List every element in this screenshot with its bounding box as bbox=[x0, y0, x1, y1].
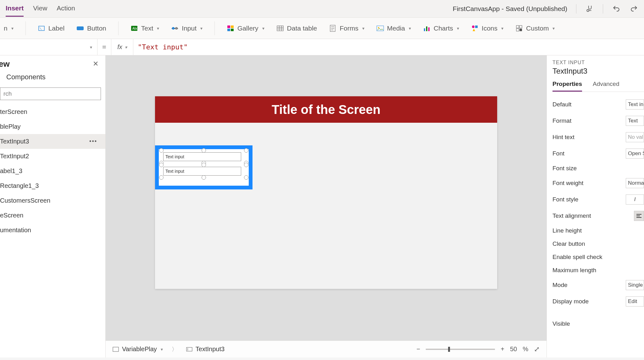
tree-item-selected[interactable]: TextInput3••• bbox=[0, 134, 105, 149]
prop-value-input[interactable]: Text bbox=[626, 116, 644, 126]
zoom-slider[interactable] bbox=[426, 349, 495, 350]
control-name[interactable]: TextInput3 bbox=[552, 67, 644, 76]
more-icon[interactable]: ••• bbox=[89, 138, 103, 145]
ribbon-label[interactable]: Label bbox=[38, 25, 64, 32]
chevron-down-icon: ▾ bbox=[457, 26, 459, 31]
ribbon-forms[interactable]: Forms▾ bbox=[329, 25, 364, 32]
prop-value-input[interactable]: Single bbox=[626, 280, 644, 290]
tree-item[interactable]: umentation bbox=[0, 223, 105, 238]
new-screen-dropdown[interactable]: n▾ bbox=[4, 25, 14, 32]
menu-insert[interactable]: Insert bbox=[6, 1, 24, 17]
ribbon-input[interactable]: Input▾ bbox=[171, 25, 203, 32]
ribbon-charts[interactable]: Charts▾ bbox=[423, 25, 459, 32]
divider bbox=[25, 21, 26, 35]
chevron-down-icon: ▾ bbox=[501, 26, 503, 31]
zoom-in-button[interactable]: + bbox=[501, 346, 504, 353]
tree-tab-components[interactable]: Components bbox=[0, 71, 105, 86]
close-icon[interactable]: ✕ bbox=[90, 59, 101, 69]
ribbon-button-text: Button bbox=[87, 25, 106, 32]
app-checker-icon[interactable] bbox=[585, 4, 594, 13]
fit-to-window-icon[interactable]: ⤢ bbox=[534, 345, 540, 353]
formula-input[interactable]: "Text input" bbox=[133, 39, 644, 55]
chevron-down-icon: ▾ bbox=[362, 26, 364, 31]
ribbon-forms-label: Forms bbox=[340, 25, 358, 32]
canvas-area[interactable]: ☟ Title of the Screen Text input Text in… bbox=[106, 55, 547, 357]
ribbon-icons[interactable]: Icons▾ bbox=[471, 25, 503, 32]
tab-advanced[interactable]: Advanced bbox=[593, 81, 619, 92]
tree-item-label: TextInput3 bbox=[0, 138, 29, 145]
zoom-thumb[interactable] bbox=[448, 347, 450, 352]
tree-item[interactable]: blePlay bbox=[0, 119, 105, 134]
tab-properties[interactable]: Properties bbox=[552, 81, 582, 92]
tree-item[interactable]: abel1_3 bbox=[0, 164, 105, 178]
chevron-down-icon: ▾ bbox=[157, 26, 159, 31]
tree-item-label: abel1_3 bbox=[0, 167, 22, 175]
chevron-down-icon: ▾ bbox=[11, 26, 14, 31]
prop-label: Font style bbox=[552, 196, 578, 203]
tree-item[interactable]: eScreen bbox=[0, 208, 105, 223]
align-left-button[interactable] bbox=[634, 211, 644, 221]
svg-rect-31 bbox=[519, 29, 522, 31]
prop-label: Maximum length bbox=[552, 267, 596, 274]
prop-label: Font size bbox=[552, 165, 577, 172]
prop-label: Format bbox=[552, 117, 571, 124]
prop-label: Line height bbox=[552, 227, 582, 234]
tree-item-label: CustomersScreen bbox=[0, 197, 50, 204]
screen-canvas[interactable]: Title of the Screen Text input Text inpu… bbox=[155, 96, 497, 289]
ribbon-custom[interactable]: Custom▾ bbox=[515, 25, 555, 32]
prop-font: FontOpen S bbox=[552, 145, 644, 162]
tree-item[interactable]: Rectangle1_3 bbox=[0, 178, 105, 193]
zoom-percent: 50 bbox=[510, 346, 517, 353]
divider bbox=[576, 4, 576, 14]
tree-item-label: TextInput2 bbox=[0, 153, 29, 160]
prop-label: Enable spell check bbox=[552, 254, 602, 261]
ribbon-media[interactable]: Media▾ bbox=[376, 25, 411, 32]
prop-value-input[interactable]: Text in bbox=[626, 99, 644, 110]
tree-item[interactable]: terScreen bbox=[0, 104, 105, 119]
zoom-unit: % bbox=[523, 346, 528, 353]
textinput-field[interactable]: Text input bbox=[163, 167, 241, 176]
chevron-down-icon: ▾ bbox=[262, 26, 264, 31]
equals-label: = bbox=[97, 39, 111, 55]
properties-panel: TEXT INPUT TextInput3 Properties Advance… bbox=[547, 55, 644, 357]
fx-button[interactable]: fx▾ bbox=[111, 39, 133, 55]
menu-action[interactable]: Action bbox=[57, 1, 75, 17]
textinput-control[interactable]: Text input bbox=[163, 152, 244, 161]
divider bbox=[603, 4, 603, 14]
prop-value-input[interactable]: No val bbox=[626, 132, 644, 142]
breadcrumb-screen-label: VariablePlay bbox=[122, 346, 157, 353]
tree-item[interactable]: CustomersScreen bbox=[0, 193, 105, 208]
breadcrumb-screen[interactable]: VariablePlay ▾ bbox=[113, 346, 163, 353]
fx-label: fx bbox=[117, 43, 122, 51]
datatable-icon bbox=[276, 25, 284, 32]
redo-icon[interactable] bbox=[630, 4, 638, 13]
tree-item[interactable]: TextInput2 bbox=[0, 149, 105, 164]
tree-title: ew bbox=[0, 59, 10, 69]
ribbon-text[interactable]: Abc Text▾ bbox=[130, 25, 159, 32]
divider bbox=[118, 21, 119, 35]
prop-value-input[interactable]: Open S bbox=[626, 149, 644, 159]
ribbon-button[interactable]: Button bbox=[76, 25, 106, 32]
property-selector[interactable]: ▾ bbox=[0, 39, 97, 55]
breadcrumb-control[interactable]: TextInput3 bbox=[186, 346, 225, 353]
undo-icon[interactable] bbox=[612, 4, 621, 13]
tree-header: ew ✕ bbox=[0, 55, 105, 71]
properties-tabs: Properties Advanced bbox=[552, 81, 644, 92]
textinput-field[interactable]: Text input bbox=[163, 152, 241, 161]
ribbon-datatable[interactable]: Data table bbox=[276, 25, 317, 32]
textinput-control[interactable]: Text input bbox=[163, 167, 244, 176]
search-input[interactable] bbox=[0, 87, 101, 100]
ribbon-gallery[interactable]: Gallery▾ bbox=[227, 25, 264, 32]
menu-view[interactable]: View bbox=[33, 1, 47, 17]
chevron-down-icon: ▾ bbox=[552, 26, 555, 31]
svg-rect-23 bbox=[424, 28, 425, 31]
selection-group[interactable]: Text input Text input bbox=[155, 145, 253, 189]
menu-bar: Insert View Action FirstCanvasApp - Save… bbox=[0, 0, 644, 18]
prop-value-input[interactable]: I bbox=[626, 194, 644, 205]
svg-text:Abc: Abc bbox=[132, 27, 138, 30]
zoom-out-button[interactable]: − bbox=[417, 346, 420, 353]
prop-default: DefaultText in bbox=[552, 96, 644, 113]
screen-title-bar[interactable]: Title of the Screen bbox=[155, 96, 497, 123]
prop-value-input[interactable]: Norma bbox=[626, 178, 644, 188]
prop-value-input[interactable]: Edit bbox=[626, 296, 644, 307]
